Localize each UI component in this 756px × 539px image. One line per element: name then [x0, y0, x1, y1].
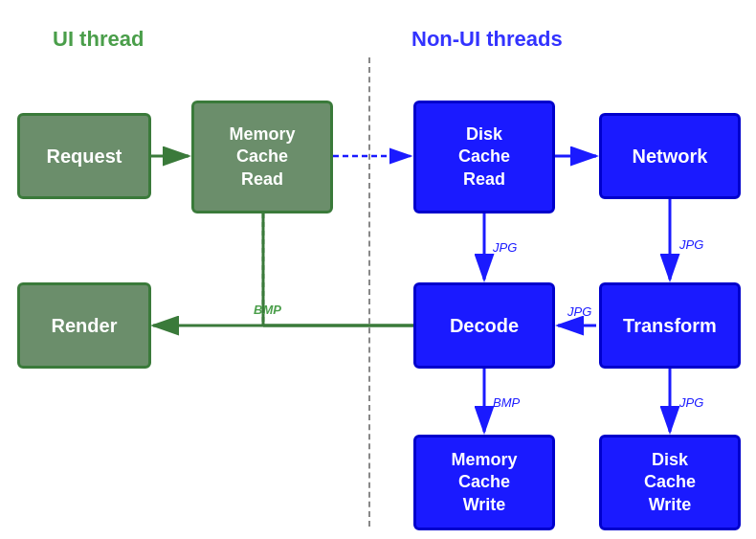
jpg-label-2: JPG — [678, 237, 703, 252]
bmp-label-2: BMP — [254, 303, 281, 317]
transform-box: Transform — [599, 282, 741, 369]
memory-cache-write-box: MemoryCacheWrite — [413, 435, 555, 530]
jpg-label-3: JPG — [567, 304, 591, 319]
render-box: Render — [17, 282, 151, 369]
memory-cache-read-box: MemoryCacheRead — [191, 101, 333, 213]
request-box: Request — [17, 113, 151, 199]
diagram: UI thread Non-UI threads Request MemoryC… — [0, 0, 756, 539]
jpg-label-4: JPG — [678, 395, 703, 410]
section-divider — [368, 57, 370, 527]
network-box: Network — [599, 113, 741, 199]
ui-thread-label: UI thread — [53, 27, 144, 52]
bmp-label-1: BMP — [493, 395, 521, 410]
decode-box: Decode — [413, 282, 555, 369]
non-ui-threads-label: Non-UI threads — [411, 27, 563, 52]
jpg-label-1: JPG — [492, 240, 517, 255]
disk-cache-read-box: DiskCacheRead — [413, 101, 555, 213]
disk-cache-write-box: DiskCacheWrite — [599, 435, 741, 530]
